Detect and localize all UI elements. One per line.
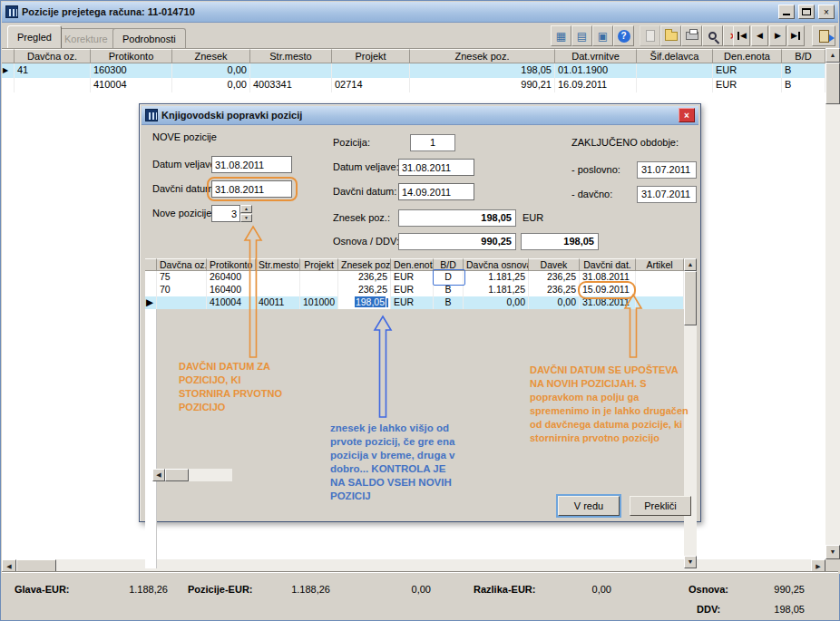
cancel-button[interactable]: Prekliči: [630, 496, 691, 516]
vertical-scroll-thumb[interactable]: [825, 63, 840, 104]
scroll-up-icon[interactable]: ▲: [825, 48, 840, 63]
ddv-label: DDV:: [697, 604, 720, 615]
column-header[interactable]: Str.mesto: [256, 258, 300, 271]
printer-icon: [686, 32, 698, 40]
nove-pozicije-input[interactable]: [211, 205, 240, 222]
glava-label: Glava-EUR:: [15, 584, 70, 595]
row-marker-icon: ▶: [145, 296, 157, 309]
dialog-vertical-scroll-thumb[interactable]: [684, 271, 697, 325]
spin-up-icon[interactable]: ▲: [240, 205, 252, 213]
document-icon: [646, 30, 655, 42]
form-icon: ▤: [577, 31, 587, 42]
browse-grid-button[interactable]: ▦: [551, 25, 571, 46]
vertical-scrollbar[interactable]: [825, 63, 840, 545]
next-record-icon: ▶: [775, 32, 781, 40]
nav-next-button[interactable]: ▶: [769, 25, 786, 46]
search-button[interactable]: [702, 25, 723, 46]
tab-pregled[interactable]: Pregled: [7, 25, 62, 48]
ok-button[interactable]: V redu: [558, 496, 620, 516]
exit-button[interactable]: [812, 25, 835, 46]
pozicije-value: 1.188,26: [258, 584, 330, 595]
tab-podrobnosti[interactable]: Podrobnosti: [112, 28, 186, 48]
column-header[interactable]: Davčna oz.: [15, 49, 91, 63]
window-titlebar[interactable]: Pozicije prejetega računa: 11-014710 ×: [2, 2, 838, 23]
datum-veljave2-input[interactable]: [398, 159, 474, 176]
table-row[interactable]: 70 160400 236,25 EUR B 1.181,25 236,25 1…: [145, 284, 684, 296]
row-marker-icon: ▶: [2, 63, 15, 78]
app-icon: [5, 5, 18, 18]
osnova-label: Osnova:: [689, 584, 728, 595]
poslovno-value: 31.07.2011: [637, 161, 697, 179]
column-header[interactable]: Davek: [529, 258, 580, 271]
folder-icon: [665, 32, 678, 41]
razlika-value: 0,00: [548, 584, 611, 595]
osnova-ddv-osnova: 990,25: [398, 233, 516, 250]
close-icon[interactable]: ×: [818, 5, 835, 19]
tab-strip: Pregled Korekture Podrobnosti ▦ ▤ ▣ ? × …: [2, 23, 838, 48]
dialog-horizontal-scroll-thumb[interactable]: [165, 469, 189, 481]
dialog-scroll-left-icon[interactable]: ◀: [152, 469, 165, 481]
spin-down-icon[interactable]: ▼: [240, 214, 252, 222]
column-header[interactable]: Davčna osnova: [464, 258, 529, 271]
open-folder-button[interactable]: [660, 25, 681, 46]
minimize-icon[interactable]: [778, 5, 795, 19]
column-header[interactable]: Dat.vrnitve: [555, 49, 637, 63]
davcni-datum-input[interactable]: [211, 180, 292, 198]
column-header[interactable]: Znesek poz.: [338, 258, 391, 271]
table-row[interactable]: 75 260400 236,25 EUR D 1.181,25 236,25 3…: [145, 271, 684, 284]
column-header[interactable]: Den.enota: [391, 258, 434, 271]
annotation-right: DAVČNI DATUM SE UPOŠTEVA NA NOVIH POZICI…: [530, 364, 693, 445]
dialog-knjigovodski-popravki: Knjigovodski popravki pozicij × NOVE poz…: [139, 103, 701, 522]
prev-record-icon: ◀: [757, 32, 763, 40]
print-button[interactable]: [681, 25, 702, 46]
section-label: NOVE pozicije: [152, 131, 217, 142]
column-header[interactable]: Protikonto: [207, 258, 256, 271]
nav-prev-button[interactable]: ◀: [751, 25, 768, 46]
dialog-scroll-up-icon[interactable]: ▲: [684, 258, 697, 271]
column-header[interactable]: Davčna oz.: [157, 258, 207, 271]
column-header[interactable]: Znesek poz.: [410, 49, 555, 63]
datum-veljave-input[interactable]: [211, 156, 292, 173]
column-header[interactable]: Znesek: [172, 49, 250, 63]
scroll-down-icon[interactable]: ▼: [825, 545, 840, 559]
znesek-edit-cell[interactable]: 198,05: [338, 296, 391, 309]
davcni-datum2-label: Davčni datum:: [333, 186, 396, 197]
table-row[interactable]: ▶ 41 160300 0,00 198,05 01.01.1900 EUR B: [2, 63, 825, 78]
monitor-button[interactable]: ▣: [592, 25, 613, 46]
help-button[interactable]: ?: [613, 25, 634, 46]
main-grid-header: Davčna oz. Protikonto Znesek Str.mesto P…: [2, 49, 825, 63]
poslovno-label: - poslovno:: [571, 164, 620, 175]
dialog-app-icon: [145, 109, 158, 121]
davcni-datum2-input[interactable]: [398, 183, 474, 200]
monitor-icon: ▣: [598, 31, 608, 42]
column-header[interactable]: Davčni dat.: [580, 258, 636, 271]
znesek-poz-value: 198,05: [398, 209, 516, 227]
dialog-scroll-down-icon[interactable]: ▼: [684, 556, 697, 568]
razlika-label: Razlika-EUR:: [474, 584, 535, 595]
column-header[interactable]: Projekt: [300, 258, 338, 271]
nav-first-button[interactable]: ◀: [733, 25, 750, 46]
column-header[interactable]: B/D: [434, 258, 464, 271]
table-row[interactable]: 410004 0,00 4003341 02714 990,21 16.09.2…: [2, 78, 825, 92]
column-header[interactable]: Šif.delavca: [637, 49, 713, 63]
column-header[interactable]: Den.enota: [713, 49, 782, 63]
dialog-titlebar[interactable]: Knjigovodski popravki pozicij ×: [142, 106, 698, 125]
nove-pozicije-stepper: ▲ ▼: [240, 205, 252, 222]
search-icon: [708, 32, 717, 40]
column-header[interactable]: Artikel: [636, 258, 684, 271]
new-document-button: [640, 25, 660, 46]
column-header[interactable]: Projekt: [332, 49, 410, 63]
form-view-button[interactable]: ▤: [571, 25, 592, 46]
pozicije-label: Pozicije-EUR:: [188, 584, 253, 595]
annotation-left: DAVČNI DATUM ZA POZICIJO, KI STORNIRA PR…: [179, 360, 295, 414]
maximize-icon[interactable]: [798, 5, 815, 19]
column-header[interactable]: B/D: [782, 49, 825, 63]
pozicija-value: 1: [410, 134, 455, 151]
application-window: Pozicije prejetega računa: 11-014710 × P…: [0, 0, 840, 621]
nav-last-button[interactable]: ▶: [787, 25, 805, 46]
datum-veljave2-label: Datum veljave:: [333, 161, 399, 172]
column-header[interactable]: Str.mesto: [250, 49, 332, 63]
table-row[interactable]: ▶ 410004 40011 101000 198,05 EUR B 0,00 …: [145, 296, 684, 309]
column-header[interactable]: Protikonto: [91, 49, 172, 63]
dialog-close-icon[interactable]: ×: [679, 108, 695, 122]
